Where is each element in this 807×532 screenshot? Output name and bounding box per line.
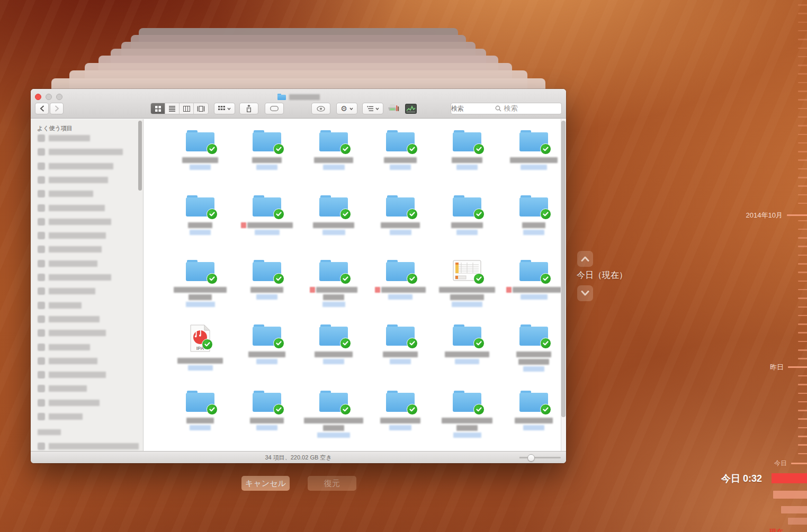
arrange-button[interactable] xyxy=(214,103,235,114)
timeline-tick[interactable] xyxy=(798,22,807,23)
coverflow-view-button[interactable] xyxy=(194,103,208,114)
timeline-tick[interactable] xyxy=(798,427,807,429)
file-item[interactable] xyxy=(435,130,499,170)
file-item[interactable] xyxy=(502,324,566,372)
sort-menu-button[interactable] xyxy=(362,103,383,114)
timeline-tick[interactable] xyxy=(798,65,807,66)
timeline-tick[interactable] xyxy=(798,142,807,144)
timeline-tick[interactable] xyxy=(798,73,807,75)
timeline-tick[interactable] xyxy=(798,418,807,420)
file-item[interactable] xyxy=(302,324,365,364)
timeline-tick[interactable] xyxy=(798,358,807,359)
timeline-tick[interactable] xyxy=(798,91,807,92)
file-item[interactable] xyxy=(168,391,232,430)
sidebar-item[interactable] xyxy=(38,162,113,170)
icon-size-slider[interactable] xyxy=(519,452,561,463)
timeline-tick[interactable] xyxy=(798,168,807,170)
timeline-tick-labeled[interactable] xyxy=(787,214,807,216)
timeline-tick[interactable] xyxy=(798,159,807,161)
timeline-tick[interactable] xyxy=(798,13,807,14)
printer-app-button[interactable] xyxy=(387,103,400,114)
file-item[interactable] xyxy=(168,130,232,170)
timeline-tick[interactable] xyxy=(798,263,807,265)
timeline-tick[interactable] xyxy=(798,151,807,152)
file-item[interactable] xyxy=(235,195,299,235)
timeline-tick[interactable] xyxy=(798,306,807,308)
file-item[interactable] xyxy=(302,391,365,438)
timeline-tick[interactable] xyxy=(798,332,807,333)
timeline-selected-snapshot-bar[interactable] xyxy=(772,473,807,483)
sidebar-item[interactable] xyxy=(38,204,105,212)
sidebar-item[interactable] xyxy=(38,357,97,365)
sidebar-item[interactable] xyxy=(38,442,139,450)
sidebar-item[interactable] xyxy=(38,343,90,351)
sidebar-item[interactable] xyxy=(38,218,111,226)
file-item[interactable] xyxy=(168,195,232,235)
timeline-tick[interactable] xyxy=(798,393,807,394)
action-menu-button[interactable]: ⚙ xyxy=(336,103,357,114)
tag-button[interactable] xyxy=(265,103,284,114)
timeline-up-button[interactable] xyxy=(577,251,593,267)
timeline-tick[interactable] xyxy=(798,194,807,196)
content-scrollbar-track[interactable] xyxy=(561,119,566,451)
timeline-tick[interactable] xyxy=(798,444,807,446)
file-item[interactable] xyxy=(235,391,299,430)
timeline-near-tick[interactable] xyxy=(781,506,807,513)
restore-button[interactable]: 復元 xyxy=(308,476,356,491)
file-item[interactable] xyxy=(235,260,299,300)
timeline-near-tick[interactable] xyxy=(788,518,807,525)
timeline-tick-labeled[interactable] xyxy=(788,366,807,368)
timeline-tick[interactable] xyxy=(798,289,807,291)
timeline-tick[interactable] xyxy=(798,297,807,299)
back-button[interactable] xyxy=(35,103,49,114)
sidebar-item[interactable] xyxy=(38,315,100,323)
timeline-tick[interactable] xyxy=(798,410,807,411)
share-button[interactable] xyxy=(239,103,258,114)
sidebar-item[interactable] xyxy=(38,245,102,254)
file-item[interactable] xyxy=(502,260,566,300)
sidebar-item[interactable] xyxy=(38,384,87,393)
timeline-tick[interactable] xyxy=(798,229,807,230)
file-item[interactable] xyxy=(502,391,566,430)
content-scrollbar-thumb[interactable] xyxy=(561,121,566,417)
timeline-tick[interactable] xyxy=(798,281,807,282)
quick-look-button[interactable] xyxy=(311,103,330,114)
timeline-tick[interactable] xyxy=(798,125,807,127)
sidebar-item[interactable] xyxy=(38,148,123,156)
timeline-tick-labeled[interactable] xyxy=(791,463,807,464)
sidebar-item[interactable] xyxy=(38,399,100,407)
file-item[interactable] xyxy=(369,260,432,300)
icon-view-button[interactable] xyxy=(151,103,165,114)
search-input[interactable] xyxy=(451,103,561,114)
file-item[interactable] xyxy=(369,391,432,430)
file-item[interactable] xyxy=(302,260,365,307)
timeline-tick[interactable] xyxy=(798,134,807,136)
timeline-tick[interactable] xyxy=(798,401,807,403)
file-item[interactable] xyxy=(235,324,299,364)
timeline-tick[interactable] xyxy=(798,39,807,40)
timeline-tick[interactable] xyxy=(798,315,807,317)
timeline-down-button[interactable] xyxy=(577,285,593,301)
sidebar-item[interactable] xyxy=(38,301,82,310)
file-item[interactable] xyxy=(369,195,432,235)
timeline-tick[interactable] xyxy=(798,246,807,247)
sidebar-item[interactable] xyxy=(38,273,111,282)
sidebar-item[interactable] xyxy=(38,412,83,421)
timeline-tick[interactable] xyxy=(798,116,807,118)
cancel-button[interactable]: キャンセル xyxy=(241,476,290,491)
timeline-tick[interactable] xyxy=(798,177,807,178)
file-item[interactable] xyxy=(502,130,566,170)
timeline-tick[interactable] xyxy=(798,82,807,84)
timeline-tick[interactable] xyxy=(798,453,807,455)
file-item[interactable] xyxy=(435,391,499,438)
timeline-tick[interactable] xyxy=(798,341,807,342)
monitor-app-button[interactable] xyxy=(404,103,418,114)
timeline-near-tick[interactable] xyxy=(773,491,807,499)
timeline-tick[interactable] xyxy=(798,237,807,239)
timeline-tick[interactable] xyxy=(798,436,807,437)
file-item[interactable]: IPA xyxy=(168,324,232,371)
slider-knob[interactable] xyxy=(527,454,535,462)
sidebar-item[interactable] xyxy=(38,231,106,240)
file-item[interactable] xyxy=(435,195,499,235)
timeline-tick[interactable] xyxy=(798,48,807,49)
